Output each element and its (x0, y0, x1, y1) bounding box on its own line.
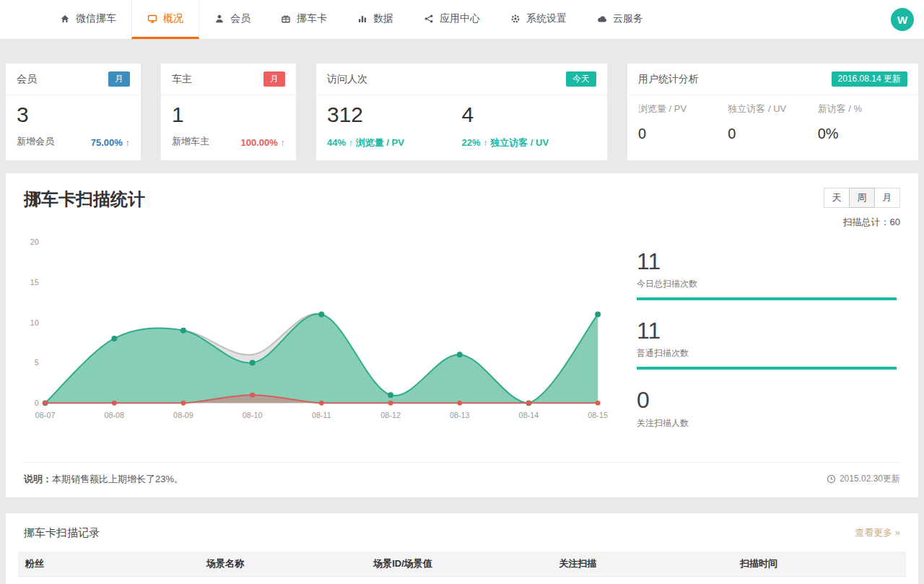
table-cell: 微信挪车卡 (199, 576, 366, 584)
table-cell: 扫描 (552, 576, 733, 584)
scan-stat-label: 普通扫描次数 (637, 347, 897, 359)
nav-item-label: 挪车卡 (297, 12, 327, 25)
svg-text:08-15: 08-15 (588, 411, 608, 419)
range-button-2[interactable]: 月 (874, 188, 900, 208)
user-stat-label: 独立访客 / UV (728, 103, 817, 116)
chart-note-text: 本期销售额比上期增长了23%。 (52, 474, 183, 484)
user-stat-value: 0 (638, 126, 728, 142)
table-cell: 2016-08-15 14:16:22 (733, 576, 906, 584)
chart-icon (357, 14, 367, 24)
avatar-letter: W (897, 14, 907, 26)
nav-item-gear[interactable]: 系统设置 (495, 0, 582, 39)
visits-card-title: 访问人次 (327, 73, 367, 86)
records-col-0: 粉丝 (18, 552, 199, 577)
scan-total: 扫描总计：60 (824, 216, 900, 229)
svg-text:08-09: 08-09 (173, 411, 193, 419)
top-nav: 微信挪车概况会员挪车卡数据应用中心系统设置云服务 W (0, 0, 924, 40)
stat-cards-row: 会员 月 3 新增会员 75.00% ↑ 车主 月 1 新增车主 100.00%… (6, 64, 918, 160)
user-stat-value: 0% (818, 126, 907, 142)
user-icon (214, 14, 225, 24)
table-cell: 灯火阑珊的 (18, 576, 199, 584)
records-col-1: 场景名称 (199, 552, 366, 577)
user-stats-columns: 浏览量 / PV0独立访客 / UV0新访客 / %0% (627, 95, 918, 142)
owner-card: 车主 月 1 新增车主 100.00% ↑ (161, 64, 296, 160)
nav-item-card[interactable]: 挪车卡 (266, 0, 342, 39)
scan-stat-value: 11 (637, 249, 897, 274)
member-count: 3 (17, 103, 130, 128)
scan-stat-label: 关注扫描人数 (637, 417, 897, 430)
user-stat-column: 新访客 / %0% (818, 103, 907, 142)
uv-count: 4 (462, 103, 597, 128)
nav-item-chart[interactable]: 数据 (342, 0, 409, 39)
records-col-2: 场景ID/场景值 (366, 552, 552, 577)
user-stat-value: 0 (728, 126, 817, 142)
pv-label: 44% ↑ 浏览量 / PV (327, 136, 462, 149)
table-row: 灯火阑珊的微信挪车卡YJ1扫描2016-08-15 14:16:22 (18, 576, 906, 584)
member-label: 新增会员 (17, 135, 54, 148)
nav-item-home[interactable]: 微信挪车 (45, 0, 131, 39)
chart-note: 说明：本期销售额比上期增长了23%。 (24, 473, 183, 486)
range-button-1[interactable]: 周 (849, 188, 875, 208)
scan-chart[interactable]: 0510152008-0708-0808-0908-1008-1108-1208… (24, 233, 608, 424)
scan-stat-item: 11普通扫描次数 (637, 318, 897, 370)
gear-icon (510, 14, 520, 24)
chart-note-label: 说明： (24, 474, 52, 484)
svg-text:0: 0 (35, 398, 39, 407)
nav-item-label: 概况 (163, 12, 183, 25)
owner-card-title: 车主 (172, 73, 192, 86)
owner-label: 新增车主 (172, 135, 209, 148)
chart-updated: 2015.02.30更新 (827, 473, 900, 485)
avatar[interactable]: W (891, 8, 914, 31)
member-period-badge: 月 (108, 71, 130, 87)
nav-item-label: 微信挪车 (76, 12, 116, 25)
scan-stat-bar (637, 297, 897, 300)
svg-text:08-13: 08-13 (450, 411, 470, 419)
scan-panel-title: 挪车卡扫描统计 (24, 188, 145, 211)
nav-item-user[interactable]: 会员 (199, 0, 266, 39)
user-stats-update-badge: 2016.08.14 更新 (832, 71, 907, 87)
member-card-title: 会员 (17, 73, 37, 86)
range-button-0[interactable]: 天 (824, 188, 850, 208)
cloud-icon (597, 14, 607, 24)
nav-item-label: 系统设置 (526, 12, 567, 25)
scan-stat-label: 今日总扫描次数 (637, 278, 897, 290)
scan-records-panel: 挪车卡扫描记录 查看更多 » 粉丝场景名称场景ID/场景值关注扫描扫描时间 灯火… (6, 513, 918, 584)
records-title: 挪车卡扫描记录 (24, 526, 100, 540)
user-stat-column: 浏览量 / PV0 (638, 103, 728, 142)
svg-text:15: 15 (30, 278, 39, 287)
nav-item-cloud[interactable]: 云服务 (582, 0, 658, 39)
user-stat-column: 独立访客 / UV0 (728, 103, 817, 142)
apps-icon (424, 14, 434, 24)
svg-text:10: 10 (30, 318, 39, 327)
nav-item-monitor[interactable]: 概况 (131, 0, 199, 39)
card-icon (281, 14, 291, 24)
scan-stat-value: 11 (637, 318, 897, 344)
user-stat-label: 浏览量 / PV (638, 103, 728, 116)
clock-icon (827, 474, 836, 484)
svg-text:08-14: 08-14 (519, 411, 539, 419)
nav-item-label: 应用中心 (440, 12, 480, 25)
scan-stats-panel: 挪车卡扫描统计 天周月 扫描总计：60 0510152008-0708-0808… (6, 173, 918, 497)
chart-area: 0510152008-0708-0808-0908-1008-1108-1208… (24, 233, 608, 458)
view-more-link[interactable]: 查看更多 » (855, 526, 900, 539)
visits-today-badge: 今天 (566, 71, 596, 87)
scan-stat-value: 0 (637, 388, 897, 413)
svg-text:08-11: 08-11 (312, 411, 331, 419)
nav-item-apps[interactable]: 应用中心 (409, 0, 495, 39)
records-table: 粉丝场景名称场景ID/场景值关注扫描扫描时间 灯火阑珊的微信挪车卡YJ1扫描20… (18, 552, 906, 584)
member-percent: 75.00% ↑ (91, 137, 130, 148)
user-stat-label: 新访客 / % (818, 103, 907, 116)
member-card: 会员 月 3 新增会员 75.00% ↑ (6, 64, 141, 160)
range-toggle: 天周月 (824, 188, 900, 208)
owner-period-badge: 月 (263, 71, 285, 87)
records-col-3: 关注扫描 (552, 552, 733, 577)
visits-card: 访问人次 今天 312 44% ↑ 浏览量 / PV 4 22% ↑ 独立访客 … (316, 64, 607, 160)
svg-text:08-12: 08-12 (380, 411, 401, 419)
svg-text:5: 5 (35, 358, 39, 367)
user-stats-title: 用户统计分析 (638, 73, 699, 86)
nav-item-label: 数据 (373, 12, 393, 25)
svg-text:08-08: 08-08 (104, 411, 124, 419)
owner-percent: 100.00% ↑ (241, 137, 285, 148)
user-stats-card: 用户统计分析 2016.08.14 更新 浏览量 / PV0独立访客 / UV0… (627, 64, 918, 160)
monitor-icon (147, 14, 157, 24)
